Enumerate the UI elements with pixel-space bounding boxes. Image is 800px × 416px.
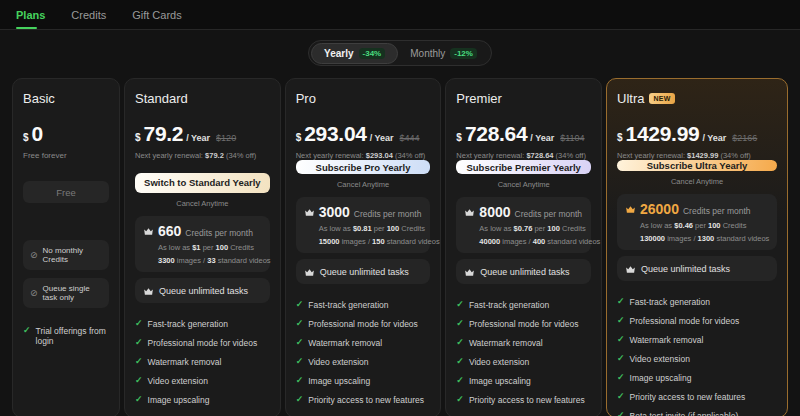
pro-queue-box: Queue unlimited tasks <box>296 259 431 284</box>
yearly-discount-badge: -34% <box>359 48 386 59</box>
toggle-monthly[interactable]: Monthly -12% <box>398 43 489 64</box>
feature-item: ✓Priority access to new features <box>617 392 777 402</box>
check-icon: ✓ <box>617 373 625 382</box>
feature-label: Fast-track generation <box>469 300 549 310</box>
check-icon: ✓ <box>456 357 464 366</box>
credits-unit-price-line: As low as $0.81 per 100 Credits <box>304 224 423 233</box>
queue-label: Queue unlimited tasks <box>641 264 730 274</box>
renewal-suffix: (34% off) <box>226 151 256 160</box>
check-icon: ✓ <box>135 319 143 328</box>
feature-item: ✓Fast-track generation <box>617 297 777 307</box>
feature-label: Fast-track generation <box>308 300 388 310</box>
feature-label: Watermark removal <box>308 338 382 348</box>
tab-gift-cards[interactable]: Gift Cards <box>132 9 182 29</box>
plan-card-basic: Basic $ 0 Free forever Free ⊘ No monthly… <box>12 78 120 416</box>
standard-old-price: $120 <box>216 133 236 143</box>
feature-label: Video extension <box>308 357 368 367</box>
credits-amount: 26000 <box>640 201 679 217</box>
yearly-label: Yearly <box>324 48 353 59</box>
feature-item: ✓Image upscaling <box>456 376 591 386</box>
monthly-label: Monthly <box>410 48 445 59</box>
standard-queue-box: Queue unlimited tasks <box>135 278 270 303</box>
premier-period: / Year <box>530 133 554 143</box>
tab-plans[interactable]: Plans <box>16 9 45 29</box>
check-icon: ✓ <box>617 392 625 401</box>
feature-item: ✓Watermark removal <box>456 338 591 348</box>
free-button[interactable]: Free <box>23 181 109 203</box>
crown-icon <box>625 264 636 275</box>
feature-label: Video extension <box>469 357 529 367</box>
crown-icon <box>464 207 475 218</box>
basic-price-note: Free forever <box>23 151 109 160</box>
premier-credits-box: 8000 Credits per month As low as $0.76 p… <box>456 197 591 253</box>
ultra-renewal: Next yearly renewal: $1429.99 (34% off) <box>617 151 777 160</box>
feature-label: Professional mode for videos <box>469 319 579 329</box>
feature-item: ✓Professional mode for videos <box>135 338 270 348</box>
premier-currency: $ <box>456 132 462 143</box>
premier-queue-box: Queue unlimited tasks <box>456 259 591 284</box>
feature-label: Image upscaling <box>308 376 370 386</box>
feature-label: Image upscaling <box>469 376 531 386</box>
credits-label: Credits per month <box>354 209 422 219</box>
tab-credits[interactable]: Credits <box>71 9 106 29</box>
feature-item: ✓Watermark removal <box>617 335 777 345</box>
cancel-anytime-note: Cancel Anytime <box>296 180 431 189</box>
subscribe-pro-button[interactable]: Subscribe Pro Yearly <box>296 160 431 174</box>
subscribe-premier-button[interactable]: Subscribe Premier Yearly <box>456 160 591 174</box>
check-icon: ✓ <box>617 354 625 363</box>
crown-icon <box>143 226 154 237</box>
plan-card-premier: Premier $ 728.64 / Year $1104 Next yearl… <box>445 78 602 416</box>
feature-item: ✓Fast-track generation <box>456 300 591 310</box>
basic-limit-pill: ⊘ Queue single task only <box>23 278 109 308</box>
basic-price: 0 <box>32 122 43 146</box>
new-badge: NEW <box>649 93 674 104</box>
credits-label: Credits per month <box>515 209 583 219</box>
credits-unit-price-line: As low as $0.76 per 100 Credits <box>464 224 583 233</box>
feature-item: ✓Priority access to new features <box>456 395 591 405</box>
basic-head: Basic $ 0 Free forever <box>23 91 109 181</box>
plan-card-ultra: Ultra NEW $ 1429.99 / Year $2166 Next ye… <box>606 78 788 416</box>
queue-label: Queue unlimited tasks <box>320 267 409 277</box>
billing-toggle-wrap: Yearly -34% Monthly -12% <box>0 40 800 66</box>
no-credits-icon: ⊘ <box>30 251 38 260</box>
plan-title-basic: Basic <box>23 91 109 106</box>
check-icon: ✓ <box>296 357 304 366</box>
pro-old-price: $444 <box>400 133 420 143</box>
premier-price: 728.64 <box>465 122 527 146</box>
pro-renewal: Next yearly renewal: $293.04 (34% off) <box>296 151 431 160</box>
monthly-discount-badge: -12% <box>450 48 477 59</box>
feature-item: ✓Video extension <box>296 357 431 367</box>
check-icon: ✓ <box>296 338 304 347</box>
limit-pill-label: Queue single task only <box>43 284 102 302</box>
credits-output-line: 15000 images / 150 standard videos <box>304 237 423 246</box>
crown-icon <box>304 207 315 218</box>
standard-head: Standard $ 79.2 / Year $120 Next yearly … <box>135 91 270 173</box>
feature-label: Priority access to new features <box>630 392 746 402</box>
basic-limit-pill: ⊘ No monthly Credits <box>23 240 109 270</box>
top-navigation: Plans Credits Gift Cards <box>0 0 800 30</box>
feature-item: ✓Image upscaling <box>135 395 270 405</box>
plan-title-standard: Standard <box>135 91 270 106</box>
queue-label: Queue unlimited tasks <box>159 286 248 296</box>
crown-icon <box>464 267 475 278</box>
feature-label: Priority access to new features <box>469 395 585 405</box>
plan-cards-row: Basic $ 0 Free forever Free ⊘ No monthly… <box>0 78 800 416</box>
check-icon: ✓ <box>456 319 464 328</box>
switch-standard-button[interactable]: Switch to Standard Yearly <box>135 173 270 193</box>
ultra-currency: $ <box>617 132 623 143</box>
feature-item: ✓Priority access to new features <box>296 395 431 405</box>
subscribe-ultra-button[interactable]: Subscribe Ultra Yearly <box>617 160 777 171</box>
ultra-period: / Year <box>702 133 726 143</box>
pro-credits-box: 3000 Credits per month As low as $0.81 p… <box>296 197 431 253</box>
pro-currency: $ <box>296 132 302 143</box>
feature-label: Image upscaling <box>630 373 692 383</box>
feature-item: ✓Professional mode for videos <box>456 319 591 329</box>
feature-item: ✓Professional mode for videos <box>296 319 431 329</box>
feature-label: Video extension <box>630 354 690 364</box>
limit-pill-label: No monthly Credits <box>43 246 102 264</box>
check-icon: ✓ <box>456 395 464 404</box>
toggle-yearly[interactable]: Yearly -34% <box>311 43 398 64</box>
credits-output-line: 130000 images / 1300 standard videos <box>625 234 769 243</box>
check-icon: ✓ <box>135 376 143 385</box>
cancel-anytime-note: Cancel Anytime <box>456 180 591 189</box>
